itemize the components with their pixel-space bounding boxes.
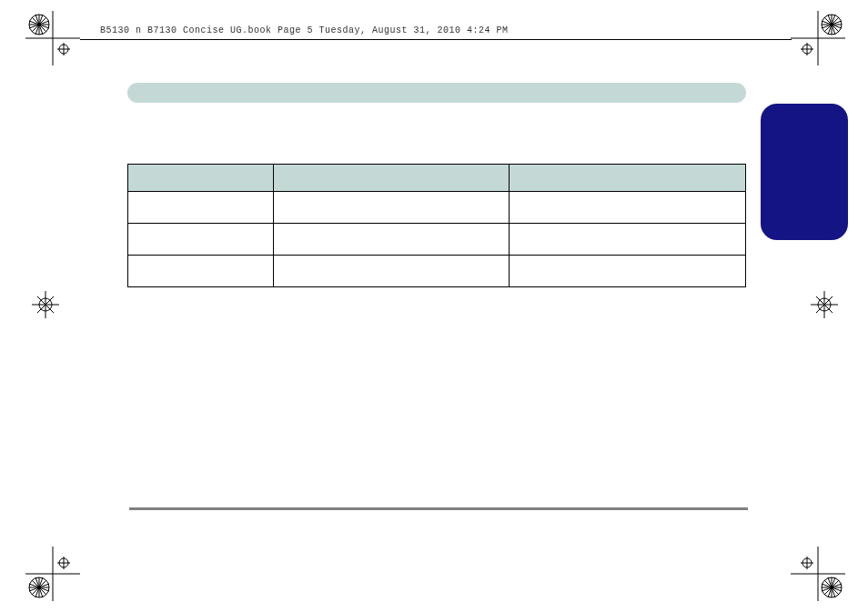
table-header-cell <box>128 165 274 192</box>
thumb-tab <box>761 104 848 240</box>
page-header-text: B5130 n B7130 Concise UG.book Page 5 Tue… <box>100 25 509 35</box>
table-cell <box>510 192 746 224</box>
table-cell <box>128 224 274 256</box>
cropmark-top-left-icon <box>25 11 80 65</box>
table-header-cell <box>510 165 746 192</box>
table-cell <box>128 256 274 287</box>
table-cell <box>273 224 510 256</box>
section-title-bar <box>127 83 746 103</box>
cropmark-bottom-left-icon <box>25 547 80 601</box>
table-cell <box>273 192 510 224</box>
table-cell <box>510 256 746 287</box>
table-cell <box>273 256 510 287</box>
cropmark-middle-right-icon <box>811 291 838 318</box>
footer-rule <box>129 507 748 510</box>
cropmark-middle-left-icon <box>32 291 59 318</box>
cropmark-top-right-icon <box>791 11 845 65</box>
table-header-cell <box>273 165 510 192</box>
content-table <box>127 164 746 287</box>
table-cell <box>128 192 274 224</box>
cropmark-bottom-right-icon <box>791 547 845 601</box>
header-rule <box>80 39 792 40</box>
table-cell <box>510 224 746 256</box>
